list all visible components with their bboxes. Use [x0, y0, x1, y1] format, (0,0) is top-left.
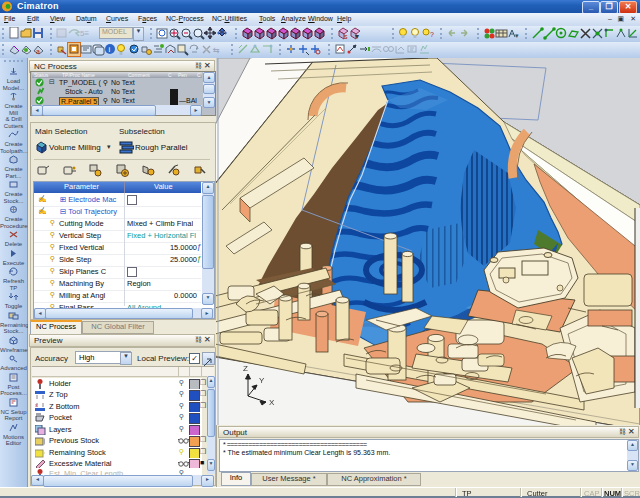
svg-text:▾: ▾: [355, 32, 359, 40]
svg-text:Y: Y: [259, 376, 265, 385]
svg-text:?: ?: [430, 31, 434, 38]
svg-text:x: x: [35, 402, 38, 408]
svg-text:⇆: ⇆: [213, 46, 220, 55]
svg-text:s: s: [344, 33, 348, 40]
svg-text:5≡: 5≡: [80, 29, 89, 38]
svg-text:a: a: [36, 48, 40, 55]
svg-text:X: X: [269, 398, 275, 407]
svg-text:Z: Z: [243, 364, 248, 373]
svg-text:▾: ▾: [515, 32, 519, 39]
svg-text:i: i: [109, 45, 111, 54]
